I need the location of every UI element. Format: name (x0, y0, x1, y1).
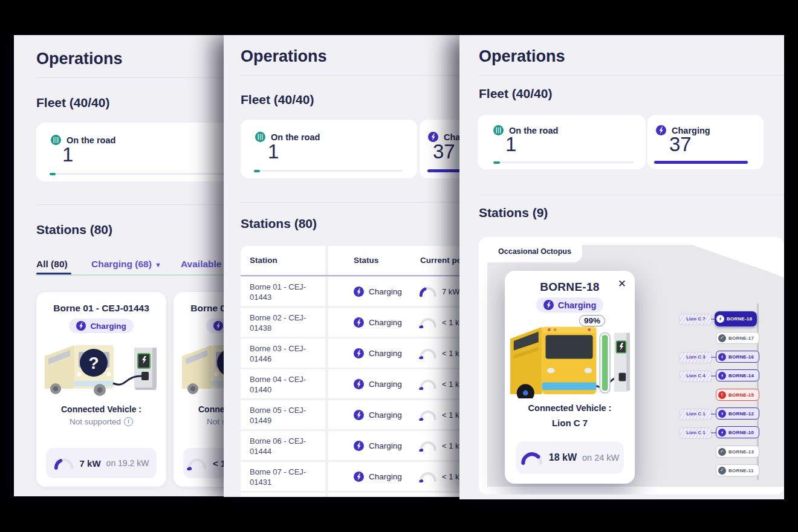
station-cell: Borne 02 - CEJ-01438 (241, 308, 325, 337)
chevron-down-icon: ▼ (155, 261, 161, 268)
status-label: Charging (369, 380, 402, 389)
station-card-borne-01[interactable]: Borne 01 - CEJ-01443 Charging ? (36, 292, 166, 487)
power-gauge-icon (419, 409, 437, 421)
close-icon[interactable]: ✕ (618, 279, 626, 289)
vehicle-pill[interactable]: Lion C 7 (680, 314, 712, 325)
power-gauge-icon (419, 470, 437, 482)
panel-operations-map-view: Operations Fleet (40/40) On the road 1 C… (459, 35, 784, 499)
road-icon (51, 135, 61, 145)
depot-tab[interactable]: Occasional Octopus (487, 241, 582, 262)
fleet-heading: Fleet (40/40) (479, 86, 552, 101)
bolt-icon (354, 472, 364, 482)
bus-illustration: 99% (508, 314, 632, 398)
table-row[interactable]: Borne 05 - CEJ-01449 Charging < 1 kW (241, 400, 459, 429)
station-badge-borne-13[interactable]: ✓ BORNE-13 (716, 446, 759, 458)
station-badge-borne-11[interactable]: ✓ BORNE-11 (716, 464, 759, 476)
table-row[interactable]: Borne 07 - CEJ-01431 Charging < 1 kW (241, 462, 459, 491)
column-header: Station (250, 256, 277, 265)
station-badge-borne-14[interactable]: BORNE-14 (716, 369, 759, 381)
svg-text:?: ? (88, 354, 99, 372)
check-icon: ✓ (718, 467, 726, 475)
station-badge-label: BORNE-12 (728, 411, 754, 417)
divider (241, 202, 459, 203)
table-row[interactable]: Borne 06 - CEJ-01444 Charging < 1 kW (241, 431, 459, 460)
tab-all[interactable]: All (80) (36, 259, 68, 270)
charging-status-badge: Charging (69, 319, 133, 333)
station-badge-label: BORNE-17 (728, 336, 754, 341)
station-badge-label: BORNE-10 (728, 430, 754, 435)
power-cell: < 1 kW (442, 369, 459, 398)
station-badge-borne-18[interactable]: BORNE-18 (715, 311, 757, 326)
on-the-road-card: On the road 1 (241, 120, 417, 178)
vehicle-pill[interactable]: Lion C 1 (680, 409, 712, 420)
power-gauge-icon (54, 456, 74, 470)
fleet-heading: Fleet (40/40) (36, 96, 109, 110)
station-badge-label: BORNE-16 (728, 354, 754, 360)
vehicle-pill[interactable]: Lion C 4 (680, 371, 712, 382)
tab-available[interactable]: Available (181, 259, 222, 270)
bolt-icon (354, 287, 364, 297)
power-gauge-icon (419, 440, 437, 452)
status-cell: Charging (354, 431, 402, 460)
screenshot-canvas: Operations Fleet (40/40) On the road 1 S… (0, 0, 798, 532)
power-capacity: on 24 kW (582, 453, 619, 462)
column-header: Status (354, 256, 378, 265)
not-supported-text: Not supported (70, 417, 121, 426)
power-value: 7 kW (80, 458, 101, 469)
status-cell: Charging (354, 369, 402, 398)
power-value: < 1 kW (213, 458, 224, 469)
table-row[interactable]: Borne 04 - CEJ-01440 Charging < 1 kW (241, 369, 459, 398)
power-cell: < 1 kW (442, 431, 459, 460)
vehicle-pill[interactable]: Lion C 3 (680, 352, 712, 363)
power-cell: < 1 kW (442, 339, 459, 368)
power-gauge-icon (187, 456, 207, 470)
divider (241, 75, 459, 76)
station-card-title: Borne 02 - CEJ-01438 (174, 303, 224, 314)
charging-value: 37 (433, 140, 455, 163)
station-badge-label: BORNE-15 (728, 392, 754, 398)
bus-illustration: ? (174, 336, 224, 396)
table-row[interactable]: Borne 02 - CEJ-01438 Charging < 1 kW (241, 308, 459, 337)
status-label: Charging (369, 441, 402, 450)
tab-charging[interactable]: Charging (68)▼ (91, 259, 161, 270)
divider (36, 204, 224, 205)
on-the-road-value: 1 (268, 140, 279, 163)
bolt-icon (718, 410, 726, 418)
charging-count-card: Charging 37 (647, 115, 764, 169)
status-cell: Charging (354, 400, 402, 429)
divider (479, 195, 784, 195)
stations-heading: Stations (9) (479, 206, 548, 220)
station-badge-borne-10[interactable]: BORNE-10 (716, 426, 759, 438)
battery-percent-badge: 99% (579, 315, 605, 326)
page-title: Operations (36, 50, 123, 68)
station-cell: Borne 01 - CEJ-01443 (241, 277, 325, 306)
station-badge-label: BORNE-18 (727, 316, 752, 322)
stations-heading: Stations (80) (36, 222, 112, 237)
station-card-borne-02[interactable]: Borne 02 - CEJ-01438 Charging ? (174, 292, 224, 487)
station-badge-borne-15[interactable]: ! BORNE-15 (716, 389, 759, 401)
tab-baseline (36, 274, 224, 276)
bolt-icon (354, 410, 364, 420)
on-the-road-label: On the road (66, 135, 115, 145)
charging-value: 37 (669, 133, 692, 156)
status-cell: Charging (354, 339, 402, 368)
power-gauge-icon (419, 347, 437, 359)
panel-operations-cards-view: Operations Fleet (40/40) On the road 1 S… (14, 35, 224, 496)
power-pill: 7 kW on 19.2 kW (46, 448, 157, 478)
info-icon[interactable]: i (124, 417, 133, 426)
power-gauge-icon (419, 316, 437, 328)
fleet-heading: Fleet (40/40) (241, 92, 314, 107)
station-badge-borne-17[interactable]: ✓ BORNE-17 (716, 332, 759, 344)
power-capacity: on 19.2 kW (106, 458, 149, 468)
table-row[interactable]: Borne 03 - CEJ-01446 Charging < 1 kW (241, 339, 459, 368)
status-label: Charging (369, 472, 402, 481)
not-supported-text: Not supported (207, 417, 224, 426)
vehicle-pill[interactable]: Lion C 1 (680, 427, 712, 439)
station-badge-borne-12[interactable]: BORNE-12 (716, 407, 759, 420)
station-badge-borne-16[interactable]: BORNE-16 (716, 351, 759, 363)
table-row[interactable]: Borne 01 - CEJ-01443 Charging 7 kW (241, 277, 459, 306)
depot-tab-label: Occasional Octopus (498, 247, 571, 256)
station-badge-label: BORNE-11 (728, 468, 754, 473)
bus-illustration: ? (36, 336, 166, 396)
bolt-icon (354, 441, 364, 451)
